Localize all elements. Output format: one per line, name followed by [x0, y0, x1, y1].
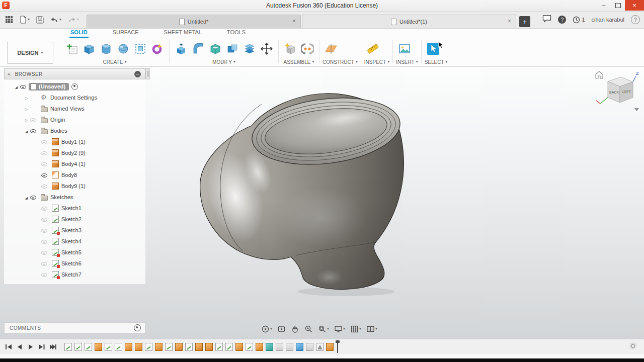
expander-icon[interactable] [13, 83, 20, 89]
timeline-feature[interactable] [276, 343, 283, 351]
timeline-feature[interactable] [286, 343, 293, 351]
display-settings-button[interactable]: ▾ [333, 324, 347, 334]
help-button[interactable]: ? [631, 15, 640, 24]
visibility-eye-icon[interactable] [41, 238, 48, 245]
browser-node[interactable]: Sketch4 [4, 236, 145, 247]
visibility-eye-icon[interactable] [41, 139, 48, 145]
extension-help-button[interactable]: ? [558, 16, 566, 24]
visibility-eye-icon[interactable] [41, 172, 48, 178]
browser-node[interactable]: Named Views [4, 103, 145, 114]
visibility-eye-icon[interactable] [41, 272, 48, 278]
file-menu-button[interactable]: ▾ [19, 15, 31, 25]
sphere-button[interactable] [115, 40, 132, 57]
timeline-feature[interactable] [326, 343, 334, 351]
expander-icon[interactable] [23, 106, 30, 112]
timeline-feature[interactable] [64, 343, 72, 351]
browser-node[interactable]: Sketch6 [4, 258, 145, 269]
document-tab[interactable]: Untitled* × [87, 15, 301, 28]
timeline-feature[interactable] [266, 343, 273, 351]
timeline-go-to-start-button[interactable] [5, 344, 12, 350]
browser-header[interactable]: « BROWSER [4, 68, 145, 79]
create-menu-button[interactable]: CREATE ▾ [63, 58, 166, 65]
timeline-feature[interactable] [155, 343, 163, 351]
close-tab-icon[interactable]: × [508, 18, 511, 25]
maximize-button[interactable] [611, 0, 625, 11]
insert-menu-button[interactable]: INSERT ▾ [396, 58, 418, 65]
browser-node[interactable]: Sketch3 [4, 225, 145, 236]
activate-radio[interactable] [71, 83, 78, 90]
browser-node[interactable]: Bodies [4, 125, 145, 136]
timeline-feature[interactable] [74, 343, 82, 351]
timeline-feature[interactable] [135, 343, 142, 351]
zoom-button[interactable] [303, 324, 314, 334]
visibility-eye-icon[interactable] [41, 161, 48, 167]
timeline-feature[interactable] [215, 343, 223, 351]
combine-button[interactable] [224, 40, 241, 57]
timeline-feature[interactable] [296, 343, 303, 351]
viewcube-home-button[interactable] [596, 71, 603, 78]
timeline-feature[interactable] [115, 343, 122, 351]
new-tab-button[interactable]: + [519, 16, 530, 27]
ribbon-tab[interactable]: SHEET METAL [163, 29, 203, 38]
joint-button[interactable] [299, 40, 316, 57]
browser-node[interactable]: Sketch5 [4, 247, 145, 258]
look-at-button[interactable] [276, 324, 287, 334]
document-tab[interactable]: Untitled*(1) × [302, 15, 516, 28]
timeline-feature[interactable] [185, 343, 193, 351]
browser-node[interactable]: Body2 (9) [4, 147, 145, 158]
viewcube-menu-button[interactable] [634, 108, 639, 111]
app-grid-button[interactable] [4, 15, 14, 25]
visibility-eye-icon[interactable] [41, 249, 48, 256]
visibility-eye-icon[interactable] [41, 205, 48, 212]
visibility-eye-icon[interactable] [41, 183, 48, 190]
timeline-go-to-end-button[interactable] [49, 344, 56, 350]
timeline-feature[interactable] [175, 343, 183, 351]
browser-node[interactable]: Body1 (1) [4, 136, 145, 147]
redo-button[interactable]: ▾ [67, 15, 80, 24]
browser-node[interactable]: Sketches [4, 192, 145, 203]
expander-icon[interactable] [23, 128, 30, 134]
press-pull-button[interactable] [173, 40, 190, 57]
expander-icon[interactable] [23, 194, 30, 200]
close-tab-icon[interactable]: × [292, 18, 296, 25]
undo-button[interactable]: ▾ [49, 15, 62, 24]
visibility-eye-icon[interactable] [30, 128, 37, 134]
select-menu-button[interactable]: SELECT ▾ [425, 58, 448, 65]
comments-bar[interactable]: COMMENTS [4, 322, 145, 333]
panel-drag-handle[interactable] [145, 68, 150, 79]
visibility-eye-icon[interactable] [41, 216, 48, 223]
select-button[interactable] [425, 40, 442, 57]
timeline-settings-button[interactable] [629, 342, 637, 352]
comments-expand-icon[interactable] [134, 324, 141, 331]
fillet-button[interactable] [190, 40, 207, 57]
orbit-button[interactable]: ▾ [260, 324, 274, 334]
offset-face-button[interactable] [241, 40, 258, 57]
save-button[interactable] [35, 15, 45, 25]
close-button[interactable]: × [625, 0, 644, 11]
visibility-eye-icon[interactable] [30, 117, 37, 123]
timeline-feature[interactable] [125, 343, 132, 351]
timeline-play-button[interactable] [27, 344, 34, 350]
pan-button[interactable] [289, 324, 301, 334]
visibility-eye-icon[interactable] [20, 83, 27, 90]
timeline-feature[interactable] [246, 343, 253, 351]
construct-menu-button[interactable]: CONSTRUCT ▾ [323, 58, 358, 65]
visibility-eye-icon[interactable] [41, 260, 48, 267]
ribbon-tab[interactable]: SURFACE [112, 29, 140, 38]
measure-button[interactable] [364, 40, 381, 57]
browser-node[interactable]: (Unsaved) [4, 81, 145, 92]
timeline-feature[interactable] [195, 343, 203, 351]
timeline-feature[interactable] [165, 343, 173, 351]
user-account-button[interactable]: cihan karabul [592, 17, 624, 23]
browser-node[interactable]: Document Settings [4, 92, 145, 103]
browser-node[interactable]: Body9 (1) [4, 180, 145, 192]
ribbon-tab[interactable]: TOOLS [226, 29, 247, 38]
grid-display-button[interactable]: ▾ [349, 324, 363, 334]
modify-menu-button[interactable]: MODIFY ▾ [173, 58, 275, 65]
new-component-button[interactable] [282, 40, 299, 57]
timeline-feature[interactable] [85, 343, 92, 351]
timeline-step-forward-button[interactable] [38, 344, 45, 350]
visibility-eye-icon[interactable] [41, 227, 48, 234]
timeline-feature[interactable] [256, 343, 263, 351]
shell-button[interactable] [207, 40, 224, 57]
